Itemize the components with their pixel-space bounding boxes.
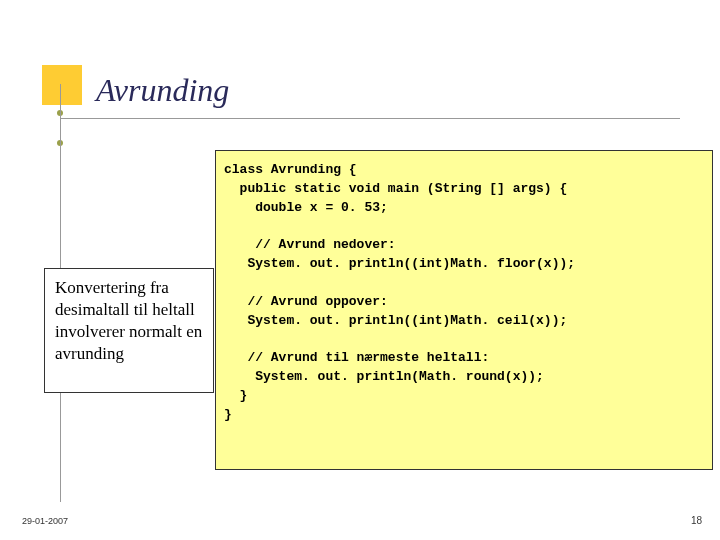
slide-title: Avrunding — [96, 72, 229, 109]
code-line: System. out. println(Math. round(x)); — [224, 369, 544, 384]
divider-horizontal — [60, 118, 680, 119]
code-line: // Avrund nedover: — [224, 237, 396, 252]
description-box: Konvertering fra desimaltall til heltall… — [44, 268, 214, 393]
code-line: System. out. println((int)Math. floor(x)… — [224, 256, 575, 271]
footer-page-number: 18 — [691, 515, 702, 526]
code-block: class Avrunding { public static void mai… — [215, 150, 713, 470]
code-line: public static void main (String [] args)… — [224, 181, 567, 196]
code-line: } — [224, 388, 247, 403]
footer-date: 29-01-2007 — [22, 516, 68, 526]
code-line: double x = 0. 53; — [224, 200, 388, 215]
code-line: class Avrunding { — [224, 162, 357, 177]
code-line: // Avrund til nærmeste heltall: — [224, 350, 489, 365]
code-line: System. out. println((int)Math. ceil(x))… — [224, 313, 567, 328]
code-line: // Avrund oppover: — [224, 294, 388, 309]
code-line: } — [224, 407, 232, 422]
accent-box — [42, 65, 82, 105]
